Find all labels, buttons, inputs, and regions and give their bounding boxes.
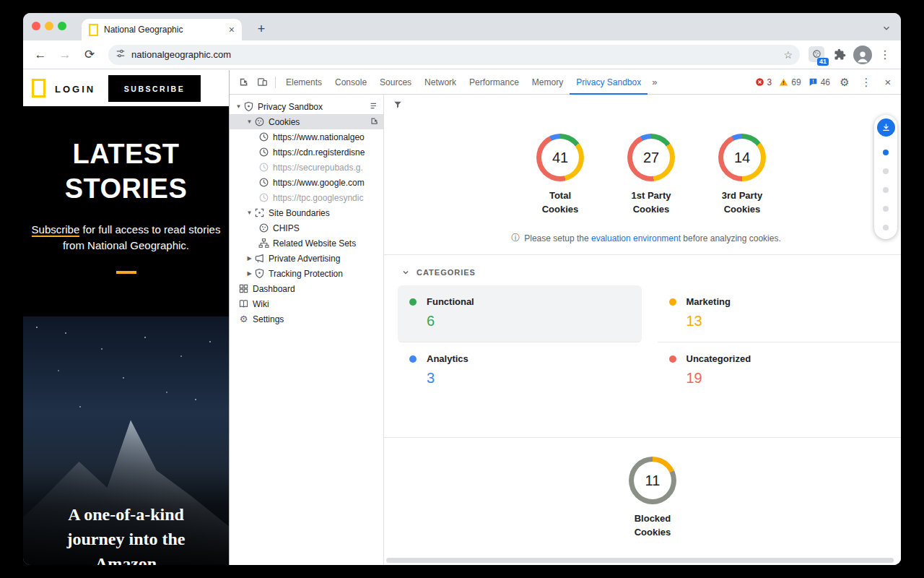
- cookie-extension-button[interactable]: 41: [808, 46, 826, 64]
- third-party-cookies-card: 14 3rd Party Cookies: [709, 134, 775, 216]
- headline-latest: LATEST: [23, 106, 229, 171]
- new-tab-button[interactable]: +: [251, 19, 271, 39]
- marketing-dot: [669, 298, 676, 306]
- promo-text: Subscribe for full access to read storie…: [23, 222, 229, 254]
- toolbar-separator: [275, 77, 276, 88]
- accent-divider: [116, 271, 136, 274]
- category-cell-functional[interactable]: Functional 6: [398, 285, 642, 342]
- devtools-menu-icon[interactable]: ⋮: [859, 76, 873, 89]
- story-title[interactable]: A one-of-a-kind journey into the Amazon: [23, 502, 229, 565]
- minimize-window-button[interactable]: [45, 22, 53, 30]
- analytics-count: 3: [427, 370, 630, 387]
- tree-item-dashboard[interactable]: Dashboard: [230, 281, 383, 296]
- section-nav-dot[interactable]: [883, 168, 889, 174]
- tree-item-cookie-origin[interactable]: https://cdn.registerdisne: [230, 144, 383, 160]
- forward-button[interactable]: →: [55, 45, 75, 65]
- devtools-toolbar: Elements Console Sources Network Perform…: [230, 70, 901, 95]
- category-cell-uncategorized[interactable]: Uncategorized 19: [658, 342, 902, 400]
- site-settings-icon[interactable]: [116, 48, 126, 61]
- scrollbar-thumb[interactable]: [386, 558, 894, 563]
- marketing-count: 13: [687, 313, 890, 329]
- category-cell-marketing[interactable]: Marketing 13: [658, 285, 902, 342]
- console-error-counter[interactable]: 3: [755, 77, 772, 87]
- section-nav-dot[interactable]: [883, 187, 889, 193]
- tab-elements[interactable]: Elements: [279, 70, 328, 95]
- story-hero-image[interactable]: A one-of-a-kind journey into the Amazon: [23, 316, 229, 565]
- devtools-close-icon[interactable]: ×: [881, 76, 895, 88]
- tab-performance[interactable]: Performance: [463, 70, 526, 95]
- categories-section-header[interactable]: CATEGORIES: [384, 255, 901, 282]
- device-toolbar-icon[interactable]: [253, 73, 271, 92]
- zoom-window-button[interactable]: [58, 22, 66, 30]
- info-icon: ⓘ: [511, 232, 520, 244]
- inspect-row-icon[interactable]: [370, 116, 379, 128]
- tree-item-chips[interactable]: CHIPS: [230, 220, 383, 236]
- tab-privacy-sandbox[interactable]: Privacy Sandbox: [570, 70, 648, 95]
- evaluation-environment-link[interactable]: evaluation environment: [591, 233, 681, 243]
- close-window-button[interactable]: [32, 22, 40, 30]
- category-cell-analytics[interactable]: Analytics 3: [398, 342, 642, 400]
- tree-item-cookies[interactable]: ▼ Cookies: [230, 114, 383, 129]
- expand-arrow-icon[interactable]: ▼: [235, 103, 243, 110]
- issues-counter[interactable]: 46: [808, 77, 830, 87]
- tree-item-cookie-origin[interactable]: https://securepubads.g.: [230, 160, 383, 175]
- horizontal-scrollbar[interactable]: [386, 558, 894, 563]
- first-party-cookies-card: 27 1st Party Cookies: [618, 134, 684, 216]
- extensions-puzzle-icon[interactable]: [830, 46, 849, 64]
- collapse-arrow-icon[interactable]: ▶: [245, 270, 253, 277]
- tab-sources[interactable]: Sources: [373, 70, 418, 95]
- natgeo-logo[interactable]: [32, 79, 45, 98]
- console-warning-counter[interactable]: 69: [779, 77, 801, 87]
- tree-item-settings[interactable]: ⚙ Settings: [230, 311, 383, 327]
- tab-console[interactable]: Console: [328, 70, 373, 95]
- browser-toolbar: ← → ⟳ nationalgeographic.com ☆ 41 ⋮: [23, 40, 901, 69]
- tree-item-private-advertising[interactable]: ▶ Private Advertising: [230, 251, 383, 266]
- devtools-settings-gear-icon[interactable]: ⚙: [837, 76, 852, 89]
- login-link[interactable]: LOGIN: [55, 84, 95, 95]
- tree-item-privacy-sandbox[interactable]: ▼ Privacy Sandbox: [230, 99, 383, 114]
- tree-item-wiki[interactable]: Wiki: [230, 296, 383, 311]
- expand-arrow-icon[interactable]: ▼: [245, 210, 253, 216]
- browser-menu-icon[interactable]: ⋮: [876, 48, 894, 61]
- tree-item-site-boundaries[interactable]: ▼ Site Boundaries: [230, 205, 383, 220]
- tree-item-tracking-protection[interactable]: ▶ Tracking Protection: [230, 266, 383, 281]
- tree-item-cookie-origin[interactable]: https://tpc.googlesyndic: [230, 190, 383, 205]
- tab-close-icon[interactable]: ×: [229, 24, 235, 35]
- profile-avatar[interactable]: [853, 46, 872, 64]
- tab-search-chevron-icon[interactable]: [878, 20, 895, 37]
- cookie-summary-charts: 41 Total Cookies 27: [384, 134, 901, 216]
- setup-info-note: ⓘ Please setup the evaluation environmen…: [384, 232, 901, 244]
- reload-button[interactable]: ⟳: [79, 45, 100, 65]
- uncategorized-dot: [669, 355, 676, 363]
- tree-item-cookie-origin[interactable]: https://www.google.com: [230, 175, 383, 190]
- more-tabs-icon[interactable]: »: [648, 77, 661, 87]
- site-header: LOGIN SUBSCRIBE: [23, 70, 229, 106]
- section-nav-dot[interactable]: [883, 206, 889, 212]
- devtools-panel: Elements Console Sources Network Perform…: [229, 70, 901, 565]
- url-bar[interactable]: nationalgeographic.com ☆: [108, 45, 800, 65]
- tab-memory[interactable]: Memory: [526, 70, 570, 95]
- url-text: nationalgeographic.com: [131, 49, 777, 60]
- tab-network[interactable]: Network: [418, 70, 463, 95]
- tree-menu-icon[interactable]: [370, 101, 379, 113]
- tree-item-cookie-origin[interactable]: https://www.nationalgeo: [230, 129, 383, 144]
- gear-icon: ⚙: [238, 314, 249, 324]
- expand-arrow-icon[interactable]: ▼: [245, 118, 253, 125]
- subscribe-button[interactable]: SUBSCRIBE: [108, 75, 201, 102]
- privacy-sandbox-tree: ▼ Privacy Sandbox ▼ Cookies https://www.…: [230, 95, 384, 565]
- back-button[interactable]: ←: [30, 45, 51, 65]
- bookmark-star-icon[interactable]: ☆: [783, 49, 793, 61]
- chevron-down-icon: [401, 268, 410, 277]
- tree-item-related-website-sets[interactable]: Related Website Sets: [230, 236, 383, 251]
- first-party-cookies-donut: 27: [627, 134, 675, 181]
- section-nav-dot[interactable]: [883, 225, 889, 230]
- browser-window: National Geographic × + ← → ⟳ nationalge…: [23, 13, 901, 565]
- collapse-arrow-icon[interactable]: ▶: [245, 255, 253, 262]
- inspect-element-icon[interactable]: [234, 73, 253, 92]
- download-report-button[interactable]: [877, 118, 895, 137]
- subscribe-inline-link[interactable]: Subscribe: [32, 223, 80, 237]
- browser-tab[interactable]: National Geographic ×: [82, 19, 242, 40]
- filter-funnel-icon[interactable]: [393, 100, 403, 112]
- section-nav-dot[interactable]: [883, 150, 889, 155]
- tab-strip: National Geographic × +: [23, 13, 901, 40]
